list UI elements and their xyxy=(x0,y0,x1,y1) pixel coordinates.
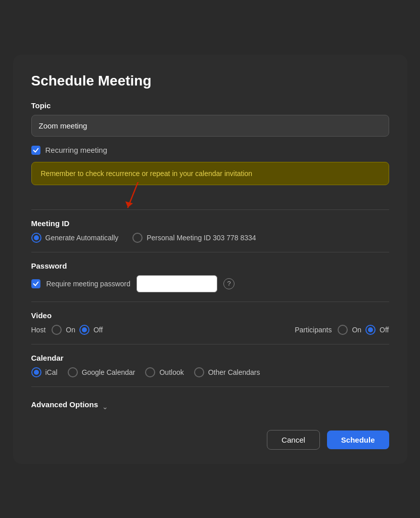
meeting-id-label: Meeting ID xyxy=(31,219,389,228)
password-input[interactable] xyxy=(136,275,217,292)
cal-ical-inner xyxy=(34,370,39,375)
participants-off-outer xyxy=(365,325,376,335)
footer-row: Cancel Schedule xyxy=(31,430,389,450)
participants-on-outer xyxy=(338,325,348,335)
meeting-id-options: Generate Automatically Personal Meeting … xyxy=(31,233,389,243)
radio-generate-label: Generate Automatically xyxy=(45,234,119,242)
host-off-label: Off xyxy=(94,326,103,334)
radio-generate[interactable]: Generate Automatically xyxy=(31,233,119,243)
cal-ical-label: iCal xyxy=(45,368,58,376)
cancel-button[interactable]: Cancel xyxy=(267,430,320,450)
arrow-indicator xyxy=(123,182,153,212)
participants-label: Participants xyxy=(295,326,332,334)
topic-label: Topic xyxy=(31,101,389,110)
password-checkbox[interactable] xyxy=(31,279,40,288)
divider-2 xyxy=(31,252,389,252)
meeting-id-section: Meeting ID Generate Automatically Person… xyxy=(31,219,389,243)
participants-on-label: On xyxy=(352,326,361,334)
participants-off-label: Off xyxy=(380,326,389,334)
participants-off-option[interactable]: Off xyxy=(365,325,389,335)
recurring-row: Recurring meeting xyxy=(31,146,389,155)
host-label: Host xyxy=(31,326,46,334)
reminder-box: Remember to check recurrence or repeat i… xyxy=(31,162,389,185)
cal-outlook-label: Outlook xyxy=(159,368,183,376)
advanced-label: Advanced Options xyxy=(31,400,99,409)
cal-google-outer xyxy=(68,367,78,377)
password-row: Require meeting password ? xyxy=(31,275,389,292)
cal-other-outer xyxy=(194,367,204,377)
page-title: Schedule Meeting xyxy=(31,73,389,89)
divider-1 xyxy=(31,209,389,210)
schedule-meeting-dialog: Schedule Meeting Topic Recurring meeting… xyxy=(13,55,407,464)
participants-off-inner xyxy=(368,327,373,332)
cal-other-label: Other Calendars xyxy=(208,368,260,376)
cal-ical-outer xyxy=(31,367,41,377)
password-label: Password xyxy=(31,262,389,270)
calendar-section: Calendar iCal Google Calendar Outlook Ot… xyxy=(31,354,389,377)
password-help-icon[interactable]: ? xyxy=(223,278,235,289)
require-password-label: Require meeting password xyxy=(46,280,131,288)
radio-personal-outer xyxy=(132,233,143,243)
cal-other-option[interactable]: Other Calendars xyxy=(194,367,260,377)
cal-google-label: Google Calendar xyxy=(82,368,135,376)
divider-4 xyxy=(31,344,389,344)
topic-section: Topic xyxy=(31,101,389,137)
host-off-option[interactable]: Off xyxy=(79,325,103,335)
cal-outlook-outer xyxy=(145,367,155,377)
participants-on-option[interactable]: On xyxy=(338,325,361,335)
recurring-checkbox[interactable] xyxy=(31,146,40,155)
schedule-button[interactable]: Schedule xyxy=(327,430,389,449)
cal-ical-option[interactable]: iCal xyxy=(31,367,58,377)
video-row: Host On Off Participants On xyxy=(31,325,389,335)
host-off-outer xyxy=(79,325,89,335)
calendar-label: Calendar xyxy=(31,354,389,362)
divider-5 xyxy=(31,386,389,387)
radio-personal-label: Personal Meeting ID 303 778 8334 xyxy=(147,234,256,242)
video-label: Video xyxy=(31,311,389,320)
svg-marker-1 xyxy=(125,201,133,207)
password-section: Password Require meeting password ? xyxy=(31,262,389,292)
host-on-outer xyxy=(52,325,62,335)
radio-generate-outer xyxy=(31,233,41,243)
topic-input[interactable] xyxy=(31,115,389,137)
advanced-options-row[interactable]: Advanced Options ⌄ xyxy=(31,396,389,418)
calendar-row: iCal Google Calendar Outlook Other Calen… xyxy=(31,367,389,377)
cal-google-option[interactable]: Google Calendar xyxy=(68,367,135,377)
recurring-label: Recurring meeting xyxy=(45,146,108,154)
host-on-label: On xyxy=(66,326,75,334)
video-section: Video Host On Off Participants On xyxy=(31,311,389,335)
help-icon-label: ? xyxy=(227,280,230,287)
radio-generate-inner xyxy=(34,235,39,240)
host-on-option[interactable]: On xyxy=(52,325,75,335)
cal-outlook-option[interactable]: Outlook xyxy=(145,367,183,377)
reminder-text: Remember to check recurrence or repeat i… xyxy=(41,169,253,178)
divider-3 xyxy=(31,301,389,302)
chevron-down-icon: ⌄ xyxy=(102,403,108,411)
host-off-inner xyxy=(82,327,87,332)
radio-personal[interactable]: Personal Meeting ID 303 778 8334 xyxy=(132,233,256,243)
